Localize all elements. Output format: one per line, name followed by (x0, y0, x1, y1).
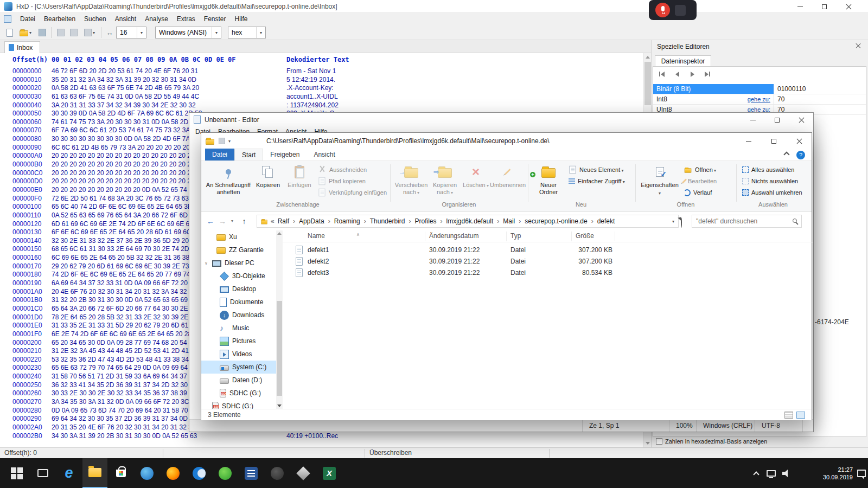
file-row[interactable]: defekt2 30.09.2019 21:22 Datei 307.200 K… (283, 256, 813, 267)
breadcrumb-item[interactable]: Mail (503, 217, 525, 225)
column-header-type[interactable]: Typ (510, 232, 521, 240)
up-button[interactable]: ↑ (238, 216, 250, 227)
nav-scrollbar[interactable] (276, 230, 283, 409)
hxd-minimize-button[interactable] (788, 0, 812, 13)
rename-button[interactable]: Umbenennen (490, 163, 525, 204)
edge-taskbar-button[interactable]: e (56, 458, 81, 488)
thumbnail-view-icon[interactable] (796, 412, 805, 419)
back-button[interactable]: ← (205, 216, 216, 227)
nav-item[interactable]: ∨ Pictures (201, 335, 276, 348)
forward-button[interactable]: → (216, 216, 228, 227)
address-bar[interactable]: « RalfAppDataRoamingThunderbirdProfilesl… (257, 215, 679, 228)
nav-item[interactable]: ∨ SDHC (G:) (201, 387, 276, 400)
invert-selection-button[interactable]: Auswahl umkehren (741, 187, 806, 198)
open-file-button[interactable]: ▾ (16, 27, 35, 38)
new-item-button[interactable]: Neues Element (567, 164, 633, 175)
breadcrumb-overflow[interactable]: « (271, 217, 275, 225)
inspector-row[interactable]: Binär (8 Bit) 01000110 (653, 84, 866, 94)
hxd-menu-item[interactable]: Datei (16, 13, 40, 25)
breadcrumb-item[interactable]: AppData (299, 217, 334, 225)
hxd-menu-item[interactable]: Extras (173, 13, 200, 25)
history-button[interactable]: Verlauf (682, 187, 733, 198)
help-icon[interactable]: ? (796, 151, 805, 159)
select-none-button[interactable]: Nichts auswählen (741, 176, 806, 187)
app-blue2-taskbar-button[interactable] (239, 458, 264, 488)
search-icon[interactable] (793, 219, 797, 223)
hxd-menu-item[interactable]: Analyse (141, 13, 173, 25)
task-view-button[interactable] (30, 458, 55, 488)
cut-button[interactable]: Ausschneiden (316, 164, 388, 175)
nav-item[interactable]: ∨ Videos (201, 348, 276, 361)
nav-item[interactable]: ∨ Dieser PC (201, 256, 276, 269)
go-first-button[interactable] (655, 69, 668, 79)
hxd-menu-item[interactable]: Suchen (80, 13, 111, 25)
offset-base-select[interactable]: hex▾ (228, 27, 266, 38)
breadcrumb-item[interactable]: defekt (597, 217, 623, 225)
breadcrumb-item[interactable]: Ralf (278, 217, 299, 225)
delete-button[interactable]: × Löschen (463, 163, 489, 204)
hxd-menu-item[interactable]: Fenster (200, 13, 231, 25)
hex-row[interactable]: 000002B0 34 30 3A 31 39 20 2B 30 31 30 3… (0, 432, 643, 441)
tab-inbox[interactable]: Inbox (4, 41, 40, 53)
inspector-type-cell[interactable]: Binär (8 Bit) (653, 84, 774, 94)
new-folder-button[interactable]: + Neuer Ordner (532, 163, 565, 204)
pin-to-quick-access-button[interactable]: An Schnellzugriff anheften (206, 163, 251, 204)
nav-item[interactable]: ∨ Xu (201, 230, 276, 243)
copy-to-button[interactable]: ⇒ Kopieren nach (429, 163, 461, 204)
scroll-down-icon[interactable] (646, 442, 650, 445)
network-tray-button[interactable] (764, 458, 778, 488)
column-header-name[interactable]: Name (308, 232, 325, 240)
hex-row[interactable]: 00000040 3A 20 31 31 33 37 34 32 34 39 3… (0, 101, 643, 110)
breadcrumb-item[interactable]: lmxjgd6k.default (446, 217, 503, 225)
tab-dateninspektor[interactable]: Dateninspektor (655, 55, 711, 67)
address-dropdown-icon[interactable]: ▾ (668, 219, 678, 224)
file-row[interactable]: defekt1 30.09.2019 21:22 Datei 307.200 K… (283, 245, 813, 256)
expand-chevron-icon[interactable]: ∨ (205, 261, 208, 266)
column-header-size[interactable]: Größe (576, 232, 594, 240)
hxd-titlebar[interactable]: HxD - [C:\Users\Ralf\AppData\Roaming\Thu… (0, 0, 868, 13)
properties-button[interactable]: ✓ Eigenschaften (640, 163, 680, 204)
scrollbar-thumb[interactable] (644, 62, 651, 105)
copy-path-button[interactable]: Pfad kopieren (316, 176, 388, 187)
edit-button[interactable]: Bearbeiten (682, 176, 733, 187)
volume-tray-button[interactable] (779, 458, 793, 488)
nav-item[interactable]: ∨ Dokumente (201, 296, 276, 309)
hex-row[interactable]: 00000020 0A 58 2D 41 63 63 6F 75 6E 74 2… (0, 84, 643, 93)
qat-customize-icon[interactable]: ▾ (228, 139, 231, 144)
nav-scroll-down-icon[interactable] (277, 404, 282, 407)
move-to-button[interactable]: → Verschieben nach (394, 163, 428, 204)
app-silver-taskbar-button[interactable] (291, 458, 316, 488)
bytes-per-row-select[interactable]: 16▾ (116, 27, 146, 38)
nav-item[interactable]: ∨ Music (201, 322, 276, 335)
firefox-taskbar-button[interactable] (161, 458, 186, 488)
breadcrumb-item[interactable]: Thunderbird (370, 217, 415, 225)
nav-item[interactable]: ∨ SDHC (G:) (201, 400, 276, 409)
quick-access-toolbar-icon[interactable] (219, 138, 225, 144)
tray-expand-button[interactable] (750, 458, 763, 488)
recent-locations-icon[interactable]: ▾ (228, 216, 236, 227)
goto-link[interactable]: gehe zu: (748, 96, 770, 102)
hex-row[interactable]: 00000010 35 20 31 32 3A 34 32 3A 31 39 2… (0, 76, 643, 85)
nav-scroll-up-icon[interactable] (277, 232, 282, 235)
paste-shortcut-button[interactable]: Verknüpfung einfügen (316, 187, 388, 198)
notepad-close-button[interactable] (789, 113, 814, 127)
explorer-titlebar[interactable]: ▾ C:\Users\Ralf\AppData\Roaming\Thunderb… (201, 133, 812, 149)
breadcrumb-item[interactable]: Roaming (334, 217, 370, 225)
tab-ansicht[interactable]: Ansicht (307, 149, 342, 160)
recorder-secondary-button[interactable] (675, 5, 686, 16)
go-last-button[interactable] (701, 69, 714, 79)
column-header-date[interactable]: Änderungsdatum (429, 232, 478, 240)
encoding-select[interactable]: Windows (ANSI)▾ (155, 27, 221, 38)
status-overwrite-mode[interactable]: Überschreiben (369, 448, 412, 459)
print-button[interactable] (54, 27, 67, 38)
thunderbird-taskbar-button[interactable] (187, 458, 212, 488)
hex-row[interactable]: 00000030 61 63 63 6F 75 6E 74 31 0D 0A 5… (0, 93, 643, 101)
store-taskbar-button[interactable] (108, 458, 133, 488)
copy-button[interactable]: Kopieren (253, 163, 283, 204)
new-file-button[interactable] (3, 27, 16, 38)
hex-row[interactable]: 00000000 46 72 6F 6D 20 2D 20 53 61 74 2… (0, 67, 643, 76)
export-button[interactable] (67, 27, 80, 38)
nav-item[interactable]: ∨ Daten (D:) (201, 374, 276, 387)
nav-item[interactable]: ∨ 3D-Objekte (201, 269, 276, 282)
breadcrumb-item[interactable]: Profiles (414, 217, 446, 225)
